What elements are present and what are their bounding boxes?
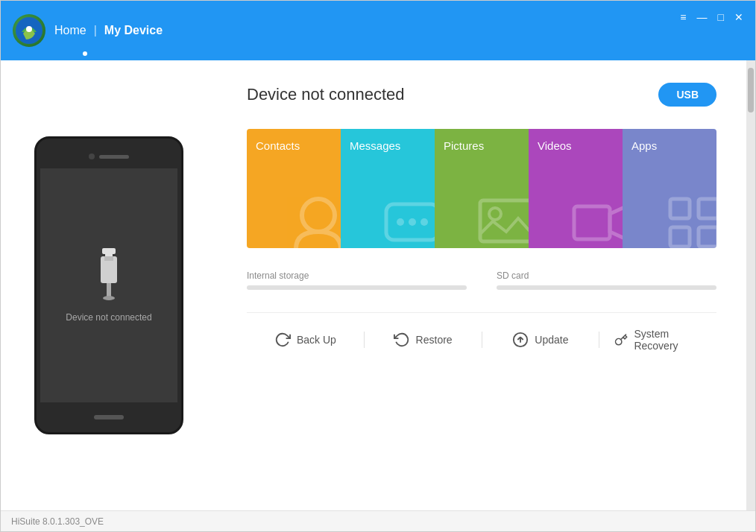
svg-point-7 [103,296,115,300]
restore-action[interactable]: Restore [365,332,482,348]
phone-camera [89,153,95,159]
system-recovery-label: System Recovery [634,328,702,352]
app-logo [13,14,45,47]
app-window: Home | My Device ≡ — □ ✕ [0,0,756,532]
actions-row: Back Up Restore Upda [247,312,716,352]
system-recovery-action[interactable]: System Recovery [599,328,716,352]
internal-storage-bar [247,285,467,290]
svg-point-12 [420,218,428,226]
current-nav[interactable]: My Device [104,24,163,37]
feature-tiles: Contacts Messages [247,129,716,248]
svg-point-14 [489,208,501,220]
svg-rect-18 [670,227,690,247]
version-text: HiSuite 8.0.1.303_OVE [11,516,104,527]
svg-point-8 [302,199,335,232]
title-bar: Home | My Device ≡ — □ ✕ [1,1,755,60]
svg-rect-3 [105,254,113,256]
phone-bottom [37,402,181,432]
device-status-text: Device not connected [247,85,405,104]
tile-videos[interactable]: Videos [529,129,623,248]
messages-icon [382,193,435,248]
nav-dot-indicator [83,51,87,56]
device-header: Device not connected USB [247,83,716,107]
restore-label: Restore [416,334,453,346]
phone-top [37,139,181,168]
sd-card-bar [497,285,716,290]
phone-speaker [99,155,129,159]
tile-contacts[interactable]: Contacts [247,129,341,248]
system-recovery-icon [614,332,628,348]
apps-icon [664,193,716,248]
update-icon [512,332,529,348]
svg-rect-16 [670,199,690,218]
tile-apps-label: Apps [631,139,708,152]
videos-icon [570,193,623,248]
internal-storage: Internal storage [247,270,467,290]
update-label: Update [535,334,568,346]
phone-status-text: Device not connected [66,312,151,323]
status-bar: HiSuite 8.0.1.303_OVE [1,510,755,531]
main-content: Device not connected Device not connecte… [1,60,755,510]
tile-pictures[interactable]: Pictures [435,129,529,248]
svg-rect-17 [699,199,716,218]
maximize-button[interactable]: □ [718,11,724,23]
nav-separator: | [94,24,97,37]
svg-rect-5 [104,256,113,261]
phone-panel: Device not connected [1,60,217,510]
phone-mockup: Device not connected [34,136,183,434]
restore-icon [394,332,410,348]
backup-icon [274,332,291,348]
svg-rect-19 [699,227,716,247]
phone-screen: Device not connected [40,168,177,402]
sd-card-label: SD card [497,270,716,281]
backup-label: Back Up [297,334,336,346]
window-controls: ≡ — □ ✕ [680,11,743,23]
menu-icon[interactable]: ≡ [680,11,686,23]
usb-icon [90,248,127,300]
breadcrumb: Home | My Device [54,24,163,37]
storage-section: Internal storage SD card [247,270,716,290]
update-action[interactable]: Update [482,332,600,348]
scrollbar-thumb[interactable] [748,68,754,113]
tile-messages-label: Messages [350,139,426,152]
svg-rect-15 [574,206,610,239]
tile-messages[interactable]: Messages [341,129,435,248]
phone-home-button [94,415,124,419]
internal-storage-label: Internal storage [247,270,467,281]
scrollbar[interactable] [746,60,755,510]
tile-contacts-label: Contacts [256,139,332,152]
home-nav[interactable]: Home [54,24,86,37]
svg-point-11 [409,218,416,226]
tile-pictures-label: Pictures [444,139,520,152]
backup-action[interactable]: Back Up [247,332,365,348]
svg-rect-2 [102,248,116,254]
tile-apps[interactable]: Apps [623,129,716,248]
svg-point-1 [26,26,32,32]
tile-videos-label: Videos [538,139,614,152]
svg-point-10 [397,218,404,226]
usb-button[interactable]: USB [658,83,716,107]
pictures-icon [476,193,529,248]
close-button[interactable]: ✕ [734,11,743,23]
right-panel: Device not connected USB Contacts Messag… [217,60,746,510]
sd-card-storage: SD card [497,270,716,290]
contacts-icon [289,193,341,248]
minimize-button[interactable]: — [697,11,708,23]
